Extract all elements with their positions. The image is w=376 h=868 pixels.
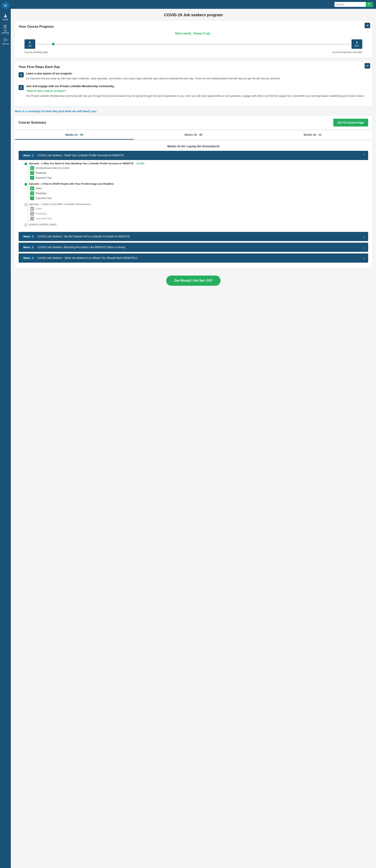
step-1-body: It's important that you keep up with eac… <box>26 76 280 81</box>
week-2-header[interactable]: Week : 2 COVID Job Seekers : Be the Popu… <box>19 232 368 241</box>
week-3-title: COVID Job Seekers: Attracting Recruiters… <box>38 246 361 249</box>
step-1-content: Learn a new aspect of our program. It's … <box>26 72 280 81</box>
episode-1-sub-video: ▶ Introductional Video to course <box>30 166 368 170</box>
week-2-label: Week : 2 <box>22 234 35 239</box>
bonus-dot <box>25 224 27 226</box>
course-progress-card: Your Course Progress ✕ Nice work.. Keep … <box>15 21 372 58</box>
end-date-label: Course Expected end date <box>332 51 362 54</box>
step-1-num: 1 <box>19 72 24 78</box>
progress-close-button[interactable]: ✕ <box>365 23 370 28</box>
episode-group: Episode : 1 Why You Need to Start Buildi… <box>23 162 368 227</box>
week-1-episodes: Episode : 1 Why You Need to Start Buildi… <box>19 160 368 230</box>
sidebar-item-log-out[interactable]: Log Out <box>0 36 11 47</box>
ep2-sub-tips-label: Important Tips <box>36 197 52 199</box>
tip-icon-green-2: ✓ <box>30 196 34 200</box>
doc-icon-green-2: ☰ <box>30 191 34 195</box>
ep1-sub-video-label: Introductional Video to course <box>36 166 69 169</box>
bonus-title: BONUS SUPER LINKS: <box>29 223 368 226</box>
sidebar-label-profile: Profile <box>3 19 8 21</box>
week-3-label: Week : 3 <box>22 245 35 249</box>
start-date-month: Jul <box>28 44 31 47</box>
week-1-header[interactable]: Week : 1 COVID Job Seekers : Build Your … <box>19 151 368 160</box>
episode-1-sub-tips: ✓ Important Tips <box>30 176 368 180</box>
search-icon: 🔍 <box>368 3 371 6</box>
get-ready-section: Get Ready! Get Set! GO! <box>15 272 372 291</box>
week-4-header[interactable]: Week : 4 COVID Job Seekers : What You Be… <box>19 253 368 262</box>
sidebar-label-log-out: Log Out <box>2 43 9 45</box>
episode-2-sub-tips: ✓ Important Tips <box>30 196 368 200</box>
episode-2-sub-readings: ☰ Readings <box>30 191 368 195</box>
episode-1-row: Episode : 1 Why You Need to Start Buildi… <box>23 162 368 181</box>
course-summary-bar: Course Summary GO TO Course Page <box>15 116 372 129</box>
week-1-chevron: ⌃ <box>363 154 365 157</box>
video-icon-gray: ▶ <box>30 207 34 211</box>
end-date-month: Nov <box>355 44 359 47</box>
step-2: 2 Join and engage with our Private Linke… <box>19 85 368 98</box>
week-1-accordion: Week : 1 COVID Job Seekers : Build Your … <box>19 151 368 230</box>
logo-icon: SP <box>1 2 9 9</box>
step-2-num: 2 <box>19 85 24 90</box>
week-1-label: Week : 1 <box>22 153 35 158</box>
episode-3-title: Episode : 3 How to Get 500+ LinkedIn Con… <box>29 203 368 206</box>
get-ready-button[interactable]: Get Ready! Get Set! GO! <box>166 276 220 286</box>
tab-weeks-01-04[interactable]: Weeks 01 - 04 <box>15 130 134 140</box>
episode-3-dot <box>25 203 27 206</box>
episode-2-content: Episode : 2 How to WOW People with Your … <box>29 182 368 201</box>
end-date-day: 5 <box>356 41 358 44</box>
topbar: 🔍 <box>11 0 376 9</box>
video-icon-green: ▶ <box>30 166 34 170</box>
episode-1-content: Episode : 1 Why You Need to Start Buildi… <box>29 162 368 181</box>
logout-icon <box>3 38 8 42</box>
episode-2-row: Episode : 2 How to WOW People with Your … <box>23 182 368 201</box>
progress-dot <box>52 43 55 45</box>
step-1: 1 Learn a new aspect of our program. It'… <box>19 72 368 81</box>
step-2-title: Join and engage with our Private LinkedI… <box>26 85 364 88</box>
search-input[interactable] <box>335 2 366 7</box>
date-labels: Course Starting date Course Expected end… <box>19 51 368 54</box>
week-2-title: COVID Job Seekers : Be the Popular Kid o… <box>38 235 361 238</box>
page-title: COVID-19 Job seekers program <box>15 13 372 17</box>
end-date-box: 5 Nov <box>351 39 362 49</box>
episode-3-content: Episode : 3 How to Get 500+ LinkedIn Con… <box>29 203 368 221</box>
ep1-sub-readings-label: Readings <box>36 172 46 174</box>
week-4-accordion: Week : 4 COVID Job Seekers : What You Be… <box>19 253 368 262</box>
logo[interactable]: SP <box>1 2 9 10</box>
step-2-subtitle: "How to Get a Job in 12 Days!" <box>26 89 364 92</box>
tip-icon-gray: ✓ <box>30 217 34 220</box>
week-4-chevron: ⌄ <box>363 256 365 260</box>
main-content: COVID-19 Job seekers program Your Course… <box>11 9 376 868</box>
tab-weeks-09-12[interactable]: Weeks 09 - 12 <box>253 130 372 140</box>
step-2-content: Join and engage with our Private LinkedI… <box>26 85 364 98</box>
step-2-body: Our Private LinkedIn Membership Communit… <box>26 94 364 98</box>
first-steps-close-button[interactable]: ✕ <box>365 63 370 68</box>
week-4-label: Week : 4 <box>22 256 35 260</box>
doc-icon-gray: ☰ <box>30 212 34 216</box>
search-button[interactable]: 🔍 <box>366 2 373 7</box>
first-steps-title: Your First Steps Each Day <box>19 65 368 69</box>
progress-timeline: 5 Jul 5 Nov <box>19 39 368 49</box>
sidebar-item-profile[interactable]: Profile <box>0 12 11 23</box>
sidebar: SP Profile My learning Log Out <box>0 0 11 868</box>
summary-intro: Here is a summary of each day and what w… <box>15 110 372 113</box>
bonus-content: BONUS SUPER LINKS: <box>29 223 368 227</box>
weeks-tabs: Weeks 01 - 04 Weeks 05 - 08 Weeks 09 - 1… <box>15 130 372 140</box>
episode-1-title: Episode : 1 Why You Need to Start Buildi… <box>29 162 368 165</box>
search-container: 🔍 <box>335 2 373 7</box>
week-3-header[interactable]: Week : 3 COVID Job Seekers: Attracting R… <box>19 243 368 252</box>
goto-course-button[interactable]: GO TO Course Page <box>333 119 368 126</box>
weeks-content: Weeks 01-04: Laying the Groundwork Week … <box>15 141 372 268</box>
tab-weeks-05-08[interactable]: Weeks 05 - 08 <box>134 130 253 140</box>
timeline-vline <box>28 162 28 227</box>
first-steps-card: Your First Steps Each Day ✕ 1 Learn a ne… <box>15 61 372 106</box>
episode-2-title: Episode : 2 How to WOW People with Your … <box>29 182 368 185</box>
bonus-row: BONUS SUPER LINKS: <box>23 223 368 227</box>
svg-point-2 <box>5 14 6 16</box>
person-icon <box>3 14 8 18</box>
week-2-accordion: Week : 2 COVID Job Seekers : Be the Popu… <box>19 232 368 241</box>
sidebar-item-my-learning[interactable]: My learning <box>0 23 11 36</box>
week-2-chevron: ⌄ <box>363 235 365 238</box>
episode-3-sub-video: ▶ Video <box>30 207 368 211</box>
episode-2-dot <box>25 183 27 186</box>
progress-message: Nice work.. Keep it up.. <box>19 32 368 35</box>
progress-section-title: Your Course Progress <box>19 25 368 29</box>
